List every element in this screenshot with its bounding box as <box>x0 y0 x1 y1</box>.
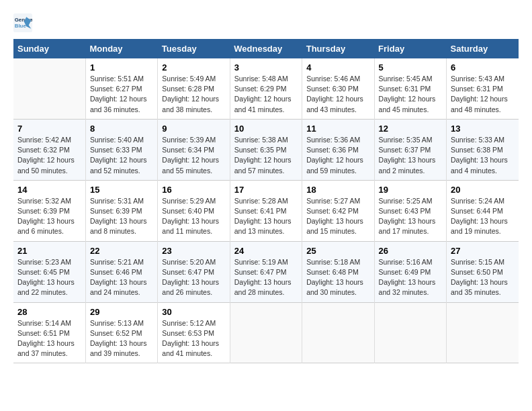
calendar-cell: 9Sunrise: 5:39 AMSunset: 6:34 PMDaylight… <box>158 119 230 180</box>
day-number: 21 <box>17 246 81 256</box>
day-number: 13 <box>451 124 515 134</box>
calendar-cell: 21Sunrise: 5:23 AMSunset: 6:45 PMDayligh… <box>13 241 85 302</box>
day-info: Sunrise: 5:29 AMSunset: 6:40 PMDaylight:… <box>162 196 225 237</box>
day-info: Sunrise: 5:27 AMSunset: 6:42 PMDaylight:… <box>306 196 369 237</box>
calendar-cell: 24Sunrise: 5:19 AMSunset: 6:47 PMDayligh… <box>230 241 302 302</box>
day-number: 18 <box>306 185 369 195</box>
calendar-cell <box>374 302 446 363</box>
day-info: Sunrise: 5:40 AMSunset: 6:33 PMDaylight:… <box>90 135 153 176</box>
logo-icon: General Blue <box>13 13 32 32</box>
day-info: Sunrise: 5:32 AMSunset: 6:39 PMDaylight:… <box>17 196 81 237</box>
day-number: 25 <box>306 246 369 256</box>
day-number: 23 <box>162 246 225 256</box>
calendar-cell <box>447 302 519 363</box>
day-info: Sunrise: 5:42 AMSunset: 6:32 PMDaylight:… <box>17 135 81 176</box>
day-info: Sunrise: 5:48 AMSunset: 6:29 PMDaylight:… <box>234 74 298 115</box>
calendar-cell: 17Sunrise: 5:28 AMSunset: 6:41 PMDayligh… <box>230 180 302 241</box>
day-info: Sunrise: 5:14 AMSunset: 6:51 PMDaylight:… <box>17 318 81 359</box>
day-info: Sunrise: 5:24 AMSunset: 6:44 PMDaylight:… <box>451 196 515 237</box>
week-row-5: 28Sunrise: 5:14 AMSunset: 6:51 PMDayligh… <box>13 302 519 363</box>
day-number: 4 <box>306 62 369 73</box>
day-info: Sunrise: 5:46 AMSunset: 6:30 PMDaylight:… <box>306 74 369 115</box>
calendar-cell <box>13 58 85 119</box>
day-info: Sunrise: 5:18 AMSunset: 6:48 PMDaylight:… <box>306 257 369 298</box>
day-info: Sunrise: 5:19 AMSunset: 6:47 PMDaylight:… <box>234 257 298 298</box>
day-number: 22 <box>90 246 153 256</box>
day-info: Sunrise: 5:13 AMSunset: 6:52 PMDaylight:… <box>90 318 153 359</box>
calendar-cell: 22Sunrise: 5:21 AMSunset: 6:46 PMDayligh… <box>85 241 157 302</box>
day-info: Sunrise: 5:38 AMSunset: 6:35 PMDaylight:… <box>234 135 298 176</box>
calendar-cell: 7Sunrise: 5:42 AMSunset: 6:32 PMDaylight… <box>13 119 85 180</box>
day-info: Sunrise: 5:33 AMSunset: 6:38 PMDaylight:… <box>451 135 515 176</box>
day-number: 20 <box>451 185 515 195</box>
calendar-cell: 3Sunrise: 5:48 AMSunset: 6:29 PMDaylight… <box>230 58 302 119</box>
calendar-cell: 27Sunrise: 5:15 AMSunset: 6:50 PMDayligh… <box>447 241 519 302</box>
calendar-cell: 12Sunrise: 5:35 AMSunset: 6:37 PMDayligh… <box>374 119 446 180</box>
svg-text:Blue: Blue <box>15 23 27 29</box>
day-number: 26 <box>379 246 442 256</box>
calendar-cell: 11Sunrise: 5:36 AMSunset: 6:36 PMDayligh… <box>302 119 374 180</box>
week-row-4: 21Sunrise: 5:23 AMSunset: 6:45 PMDayligh… <box>13 241 519 302</box>
calendar-header: SundayMondayTuesdayWednesdayThursdayFrid… <box>13 39 519 58</box>
calendar-cell: 2Sunrise: 5:49 AMSunset: 6:28 PMDaylight… <box>158 58 230 119</box>
calendar-cell: 13Sunrise: 5:33 AMSunset: 6:38 PMDayligh… <box>447 119 519 180</box>
day-number: 10 <box>234 124 298 134</box>
day-info: Sunrise: 5:36 AMSunset: 6:36 PMDaylight:… <box>306 135 369 176</box>
day-info: Sunrise: 5:45 AMSunset: 6:31 PMDaylight:… <box>379 74 442 115</box>
day-number: 24 <box>234 246 298 256</box>
day-info: Sunrise: 5:39 AMSunset: 6:34 PMDaylight:… <box>162 135 225 176</box>
week-row-2: 7Sunrise: 5:42 AMSunset: 6:32 PMDaylight… <box>13 119 519 180</box>
week-row-3: 14Sunrise: 5:32 AMSunset: 6:39 PMDayligh… <box>13 180 519 241</box>
calendar-cell: 30Sunrise: 5:12 AMSunset: 6:53 PMDayligh… <box>158 302 230 363</box>
page-header: General Blue <box>13 13 519 32</box>
day-number: 8 <box>90 124 153 134</box>
weekday-header-row: SundayMondayTuesdayWednesdayThursdayFrid… <box>13 39 519 58</box>
day-number: 6 <box>451 62 515 73</box>
day-number: 14 <box>17 185 81 195</box>
day-number: 1 <box>90 62 153 73</box>
calendar-cell: 15Sunrise: 5:31 AMSunset: 6:39 PMDayligh… <box>85 180 157 241</box>
weekday-saturday: Saturday <box>447 39 519 58</box>
day-number: 15 <box>90 185 153 195</box>
calendar-cell: 29Sunrise: 5:13 AMSunset: 6:52 PMDayligh… <box>85 302 157 363</box>
day-number: 17 <box>234 185 298 195</box>
day-info: Sunrise: 5:16 AMSunset: 6:49 PMDaylight:… <box>379 257 442 298</box>
day-number: 2 <box>162 62 225 73</box>
weekday-wednesday: Wednesday <box>230 39 302 58</box>
day-number: 7 <box>17 124 81 134</box>
day-info: Sunrise: 5:49 AMSunset: 6:28 PMDaylight:… <box>162 74 225 115</box>
day-info: Sunrise: 5:12 AMSunset: 6:53 PMDaylight:… <box>162 318 225 359</box>
calendar-body: 1Sunrise: 5:51 AMSunset: 6:27 PMDaylight… <box>13 58 519 363</box>
calendar-cell: 4Sunrise: 5:46 AMSunset: 6:30 PMDaylight… <box>302 58 374 119</box>
day-info: Sunrise: 5:31 AMSunset: 6:39 PMDaylight:… <box>90 196 153 237</box>
day-info: Sunrise: 5:25 AMSunset: 6:43 PMDaylight:… <box>379 196 442 237</box>
calendar-cell: 25Sunrise: 5:18 AMSunset: 6:48 PMDayligh… <box>302 241 374 302</box>
calendar-cell: 20Sunrise: 5:24 AMSunset: 6:44 PMDayligh… <box>447 180 519 241</box>
day-info: Sunrise: 5:43 AMSunset: 6:31 PMDaylight:… <box>451 74 515 115</box>
logo: General Blue <box>13 13 35 32</box>
calendar-cell: 14Sunrise: 5:32 AMSunset: 6:39 PMDayligh… <box>13 180 85 241</box>
weekday-tuesday: Tuesday <box>158 39 230 58</box>
day-number: 19 <box>379 185 442 195</box>
day-info: Sunrise: 5:28 AMSunset: 6:41 PMDaylight:… <box>234 196 298 237</box>
day-number: 9 <box>162 124 225 134</box>
calendar-cell <box>230 302 302 363</box>
calendar-cell: 28Sunrise: 5:14 AMSunset: 6:51 PMDayligh… <box>13 302 85 363</box>
day-number: 27 <box>451 246 515 256</box>
day-info: Sunrise: 5:20 AMSunset: 6:47 PMDaylight:… <box>162 257 225 298</box>
day-number: 29 <box>90 307 153 317</box>
day-number: 12 <box>379 124 442 134</box>
day-number: 11 <box>306 124 369 134</box>
day-number: 3 <box>234 62 298 73</box>
day-info: Sunrise: 5:51 AMSunset: 6:27 PMDaylight:… <box>90 74 153 115</box>
day-info: Sunrise: 5:15 AMSunset: 6:50 PMDaylight:… <box>451 257 515 298</box>
day-number: 5 <box>379 62 442 73</box>
calendar-cell: 1Sunrise: 5:51 AMSunset: 6:27 PMDaylight… <box>85 58 157 119</box>
calendar-cell: 26Sunrise: 5:16 AMSunset: 6:49 PMDayligh… <box>374 241 446 302</box>
calendar-cell: 18Sunrise: 5:27 AMSunset: 6:42 PMDayligh… <box>302 180 374 241</box>
day-number: 30 <box>162 307 225 317</box>
calendar-cell: 10Sunrise: 5:38 AMSunset: 6:35 PMDayligh… <box>230 119 302 180</box>
calendar-cell: 6Sunrise: 5:43 AMSunset: 6:31 PMDaylight… <box>447 58 519 119</box>
calendar-cell <box>302 302 374 363</box>
day-info: Sunrise: 5:23 AMSunset: 6:45 PMDaylight:… <box>17 257 81 298</box>
